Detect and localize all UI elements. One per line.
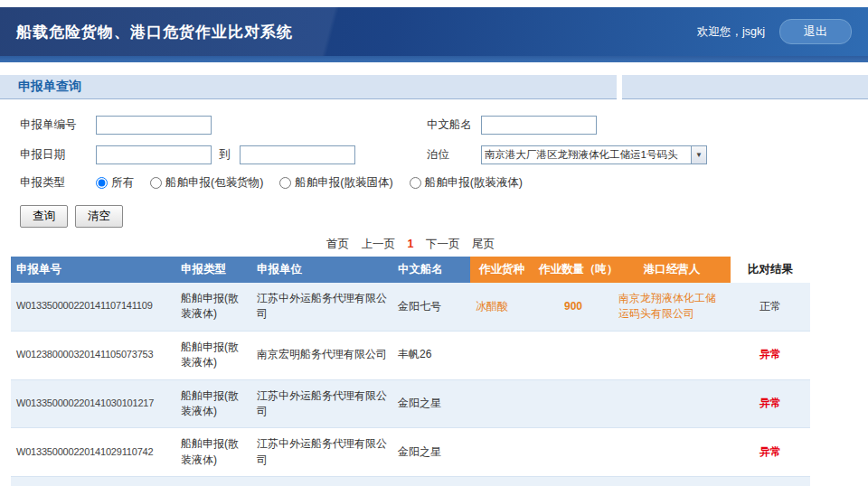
- col-header-compare-result: 比对结果: [731, 257, 810, 283]
- app-title: 船载危险货物、港口危货作业比对系统: [16, 22, 293, 42]
- ship-name-label: 中文船名: [427, 117, 481, 133]
- header-accent-strip: [0, 56, 868, 62]
- clear-button[interactable]: 清空: [75, 205, 123, 228]
- cell-compare-result: 正常: [731, 477, 810, 486]
- form-buttons: 查询 清空: [20, 205, 868, 228]
- pagination-first[interactable]: 首页: [326, 238, 349, 250]
- ship-name-input[interactable]: [481, 116, 597, 135]
- results-table: 申报单号 申报类型 申报单位 中文船名 作业货种 作业数量（吨） 港口经营人 比…: [11, 257, 810, 486]
- top-margin: [0, 0, 868, 7]
- col-header-declare-unit: 申报单位: [251, 257, 392, 283]
- radio-type-bulk-solid-label: 船舶申报(散装固体): [295, 175, 392, 191]
- cell-quantity: [533, 428, 613, 477]
- declare-type-radio-group: 所有 船舶申报(包装货物) 船舶申报(散装固体) 船舶申报(散装液体): [96, 175, 523, 191]
- col-header-declaration-no: 申报单号: [11, 257, 175, 283]
- app-header: 船载危险货物、港口危货作业比对系统 欢迎您，jsgkj 退出: [0, 7, 868, 56]
- cell-quantity: 900: [533, 283, 613, 331]
- radio-type-bulk-solid[interactable]: 船舶申报(散装固体): [279, 175, 392, 191]
- declare-type-label: 申报类型: [20, 175, 96, 191]
- berth-select[interactable]: 南京港大厂港区龙翔液体化工储运1号码头 ▼: [481, 145, 707, 164]
- cell-declaration-no: W013350000220141030101217: [11, 379, 175, 428]
- cell-port-operator: [613, 331, 731, 379]
- cell-declare-type: 船舶申报(散装液体): [175, 379, 251, 428]
- date-to-label: 到: [219, 147, 231, 163]
- cell-declaration-no: W015140000220141028122151: [11, 477, 175, 486]
- date-to-input[interactable]: [240, 145, 355, 164]
- welcome-text: 欢迎您，jsgkj: [697, 24, 765, 40]
- cell-declare-type: 船舶申报(散装液体): [175, 477, 251, 486]
- cell-cargo-type: [470, 379, 533, 428]
- table-row: W015140000220141028122151 船舶申报(散装液体) 江西东…: [11, 477, 810, 486]
- chevron-down-icon[interactable]: ▼: [691, 146, 706, 164]
- cell-declare-type: 船舶申报(散装液体): [175, 331, 251, 379]
- logout-button[interactable]: 退出: [779, 19, 852, 44]
- cell-cargo-type: 冰醋酸: [470, 283, 533, 331]
- cell-declare-unit: 江苏中外运船务代理有限公司: [251, 428, 392, 477]
- col-header-cargo-type: 作业货种: [470, 257, 533, 283]
- section-bar: 申报单查询: [0, 75, 868, 99]
- pagination-last[interactable]: 尾页: [472, 238, 495, 250]
- cell-port-operator: [613, 379, 731, 428]
- radio-type-bulk-liquid-input[interactable]: [410, 177, 421, 189]
- table-row: W013350000220141107141109 船舶申报(散装液体) 江苏中…: [11, 283, 810, 331]
- radio-type-packaged[interactable]: 船舶申报(包装货物): [150, 175, 263, 191]
- cell-cargo-type: 甲醇: [470, 477, 533, 486]
- declare-date-label: 申报日期: [20, 147, 96, 163]
- cell-cargo-type: [470, 428, 533, 477]
- declaration-no-label: 申报单编号: [20, 117, 96, 133]
- cell-ship-name: 金阳之星: [392, 428, 470, 477]
- cell-declaration-no: W012380000320141105073753: [11, 331, 175, 379]
- cell-cargo-type: [470, 331, 533, 379]
- berth-select-value: 南京港大厂港区龙翔液体化工储运1号码头: [482, 148, 691, 162]
- cell-ship-name: 金阳之星: [392, 379, 470, 428]
- form-row-3: 申报类型 所有 船舶申报(包装货物) 船舶申报(散装固体) 船舶申报(散装液体): [20, 175, 868, 191]
- cell-quantity: [533, 379, 613, 428]
- cell-port-operator: [613, 428, 731, 477]
- radio-type-bulk-liquid-label: 船舶申报(散装液体): [425, 175, 523, 191]
- cell-compare-result: 异常: [731, 379, 810, 428]
- form-row-1: 申报单编号 中文船名: [20, 116, 868, 135]
- col-header-declare-type: 申报类型: [175, 257, 251, 283]
- cell-compare-result: 正常: [731, 283, 810, 331]
- col-header-quantity: 作业数量（吨）: [533, 257, 613, 283]
- cell-declare-type: 船舶申报(散装液体): [175, 428, 251, 477]
- cell-declare-unit: 江苏中外运船务代理有限公司: [251, 283, 392, 331]
- radio-type-all-label: 所有: [111, 175, 134, 191]
- date-from-input[interactable]: [96, 145, 212, 164]
- declaration-no-input[interactable]: [96, 116, 212, 135]
- section-bar-main: 申报单查询: [0, 75, 617, 99]
- table-row: W013350000220141029110742 船舶申报(散装液体) 江苏中…: [11, 428, 810, 477]
- page-title: 申报单查询: [18, 79, 81, 95]
- query-form: 申报单编号 中文船名 申报日期 到 泊位 南京港大厂港区龙翔液体化工储运1号码头…: [0, 99, 868, 228]
- table-row: W012380000320141105073753 船舶申报(散装液体) 南京宏…: [11, 331, 810, 379]
- radio-type-packaged-input[interactable]: [150, 177, 162, 189]
- cell-compare-result: 异常: [731, 428, 810, 477]
- cell-ship-name: 金阳七号: [392, 283, 470, 331]
- berth-label: 泊位: [427, 147, 481, 163]
- col-header-ship-name: 中文船名: [392, 257, 470, 283]
- cell-compare-result: 异常: [731, 331, 810, 379]
- cell-quantity: [533, 331, 613, 379]
- section-bar-right: [622, 75, 868, 99]
- cell-declare-unit: 南京宏明船务代理有限公司: [251, 331, 392, 379]
- radio-type-all-input[interactable]: [96, 177, 108, 189]
- radio-type-all[interactable]: 所有: [96, 175, 134, 191]
- radio-type-bulk-solid-input[interactable]: [279, 177, 291, 189]
- table-row: W013350000220141030101217 船舶申报(散装液体) 江苏中…: [11, 379, 810, 428]
- radio-type-packaged-label: 船舶申报(包装货物): [165, 175, 263, 191]
- pagination-next[interactable]: 下一页: [426, 238, 460, 250]
- query-button[interactable]: 查询: [20, 205, 68, 228]
- table-header-row: 申报单号 申报类型 申报单位 中文船名 作业货种 作业数量（吨） 港口经营人 比…: [11, 257, 810, 283]
- form-row-2: 申报日期 到 泊位 南京港大厂港区龙翔液体化工储运1号码头 ▼: [20, 145, 868, 164]
- cell-declare-type: 船舶申报(散装液体): [175, 283, 251, 331]
- cell-declaration-no: W013350000220141029110742: [11, 428, 175, 477]
- pagination-prev[interactable]: 上一页: [362, 238, 396, 250]
- table-body: W013350000220141107141109 船舶申报(散装液体) 江苏中…: [11, 283, 810, 486]
- cell-declare-unit: 江苏中外运船务代理有限公司: [251, 379, 392, 428]
- pagination-current-page[interactable]: 1: [408, 238, 414, 250]
- cell-declaration-no: W013350000220141107141109: [11, 283, 175, 331]
- radio-type-bulk-liquid[interactable]: 船舶申报(散装液体): [410, 175, 523, 191]
- cell-quantity: 600: [533, 477, 613, 486]
- cell-ship-name: 丰帆26: [392, 331, 470, 379]
- cell-port-operator: 南京龙翔液体化工储运码头有限公司: [613, 477, 731, 486]
